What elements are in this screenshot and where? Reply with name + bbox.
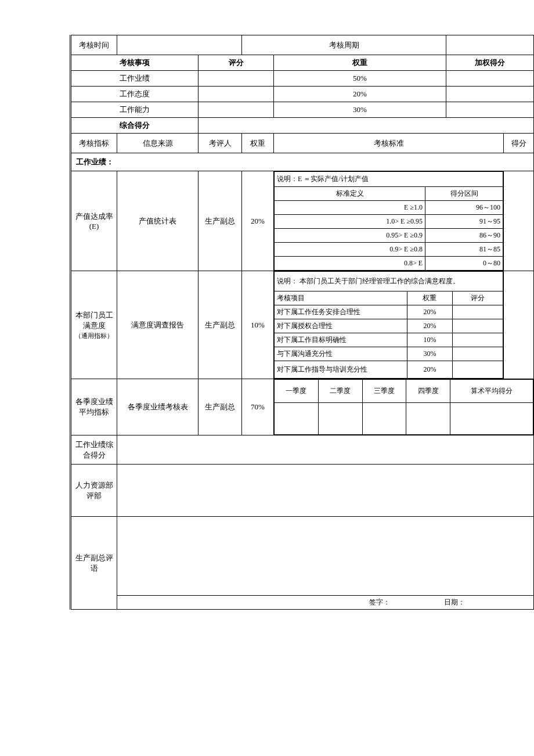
- row-sat-item: 对下属授权合理性: [275, 319, 407, 333]
- row-vp-text[interactable]: [117, 517, 533, 596]
- col-standard: 考核标准: [274, 134, 504, 153]
- avg-value[interactable]: [450, 403, 533, 435]
- summary-row: 工作态度 20%: [71, 87, 534, 102]
- header-row: 考核时间 考核周期: [71, 35, 534, 55]
- assess-period-label: 考核周期: [242, 35, 446, 55]
- q3-value[interactable]: [362, 403, 406, 435]
- row-sat-item: 对下属工作指导与培训充分性: [275, 361, 407, 379]
- summary-weight: 50%: [274, 71, 446, 87]
- row-quarter-source: 各季度业绩考核表: [117, 379, 199, 435]
- summary-weight: 20%: [274, 87, 446, 102]
- summary-item: 工作态度: [71, 87, 199, 102]
- row-e-inner-table: 说明：E ＝实际产值/计划产值 标准定义 得分区间 E ≥1.096～100 1…: [274, 171, 503, 271]
- summary-total-row: 综合得分: [71, 118, 534, 134]
- row-sat-item-score[interactable]: [453, 347, 503, 361]
- row-sat-item-weight: 20%: [407, 319, 453, 333]
- row-e-assessor: 生产副总: [199, 171, 242, 271]
- row-e: 产值达成率(E) 产值统计表 生产副总 20% 说明：E ＝实际产值/计划产值 …: [71, 171, 534, 271]
- summary-score[interactable]: [199, 102, 274, 118]
- row-e-def: 1.0> E ≥0.95: [275, 215, 425, 229]
- row-e-def: 0.95> E ≥0.9: [275, 229, 425, 243]
- row-sat-standard: 说明： 本部门员工关于部门经理管理工作的综合满意程度。 考核项目 权重 评分 对…: [274, 271, 504, 379]
- summary-header-row: 考核事项 评分 权重 加权得分: [71, 55, 534, 71]
- q2-value[interactable]: [318, 403, 362, 435]
- summary-weighted[interactable]: [446, 87, 534, 102]
- q4-value[interactable]: [406, 403, 450, 435]
- row-sat-weight: 10%: [242, 271, 274, 379]
- row-vp: 生产副总评语 签字： 日期：: [71, 517, 534, 610]
- row-e-range: 86～90: [425, 229, 503, 243]
- summary-weight-header: 权重: [274, 55, 446, 71]
- row-vp-footer: 签字： 日期：: [117, 517, 533, 610]
- summary-total-label: 综合得分: [71, 118, 199, 134]
- summary-row: 工作能力 30%: [71, 102, 534, 118]
- row-e-score[interactable]: [504, 171, 534, 271]
- q2-label: 二季度: [318, 380, 362, 403]
- summary-score[interactable]: [199, 87, 274, 102]
- summary-weighted-header: 加权得分: [446, 55, 534, 71]
- row-quarter: 各季度业绩平均指标 各季度业绩考核表 生产副总 70% 一季度 二季度 三季度 …: [71, 379, 534, 435]
- main-table: 考核时间 考核周期 考核事项 评分 权重 加权得分 工作业绩 50% 工作态度 …: [70, 35, 534, 610]
- row-sat-item-weight: 30%: [407, 347, 453, 361]
- assess-time-value[interactable]: [117, 35, 242, 55]
- row-hr: 人力资源部评部: [71, 465, 534, 517]
- sign-label: 签字：: [367, 596, 442, 610]
- row-e-standard: 说明：E ＝实际产值/计划产值 标准定义 得分区间 E ≥1.096～100 1…: [274, 171, 504, 271]
- row-perf-total-value[interactable]: [117, 435, 534, 465]
- col-source: 信息来源: [117, 134, 199, 153]
- q3-label: 三季度: [362, 380, 406, 403]
- row-sat-item-score[interactable]: [453, 305, 503, 319]
- row-sat: 本部门员工满意度 （通用指标） 满意度调查报告 生产副总 10% 说明： 本部门…: [71, 271, 534, 379]
- row-sat-desc: 说明： 本部门员工关于部门经理管理工作的综合满意程度。: [275, 272, 503, 291]
- row-sat-item-score[interactable]: [453, 333, 503, 347]
- avg-label: 算术平均得分: [450, 380, 533, 403]
- row-quarter-indicator: 各季度业绩平均指标: [71, 379, 117, 435]
- col-indicator: 考核指标: [71, 134, 117, 153]
- q4-label: 四季度: [406, 380, 450, 403]
- row-quarter-assessor: 生产副总: [199, 379, 242, 435]
- summary-weight: 30%: [274, 102, 446, 118]
- row-sat-indicator: 本部门员工满意度 （通用指标）: [71, 271, 117, 379]
- summary-item-header: 考核事项: [71, 55, 199, 71]
- row-perf-total-label: 工作业绩综合得分: [71, 435, 117, 465]
- assess-time-label: 考核时间: [71, 35, 117, 55]
- row-sat-items-header-score: 评分: [453, 291, 503, 305]
- assess-period-value[interactable]: [446, 35, 534, 55]
- assessment-form: 考核时间 考核周期 考核事项 评分 权重 加权得分 工作业绩 50% 工作态度 …: [70, 35, 534, 610]
- summary-score[interactable]: [199, 71, 274, 87]
- section-performance-label: 工作业绩：: [71, 153, 534, 171]
- row-sat-indicator-l1: 本部门员工满意度: [75, 311, 113, 330]
- row-e-desc: 说明：E ＝实际产值/计划产值: [275, 172, 503, 187]
- col-weight: 权重: [242, 134, 274, 153]
- row-hr-value[interactable]: [117, 465, 534, 517]
- row-sat-indicator-l2: （通用指标）: [75, 332, 113, 339]
- row-hr-label: 人力资源部评部: [71, 465, 117, 517]
- row-e-range: 96～100: [425, 201, 503, 215]
- row-e-range: 81～85: [425, 243, 503, 257]
- summary-weighted[interactable]: [446, 102, 534, 118]
- row-vp-content[interactable]: 签字： 日期：: [117, 517, 534, 610]
- row-e-weight: 20%: [242, 171, 274, 271]
- row-sat-item-score[interactable]: [453, 361, 503, 379]
- q1-label: 一季度: [275, 380, 319, 403]
- row-e-def: 0.9> E ≥0.8: [275, 243, 425, 257]
- row-e-source: 产值统计表: [117, 171, 199, 271]
- summary-row: 工作业绩 50%: [71, 71, 534, 87]
- row-sat-item-score[interactable]: [453, 319, 503, 333]
- q1-value[interactable]: [275, 403, 319, 435]
- row-sat-items-header-item: 考核项目: [275, 291, 407, 305]
- summary-weighted[interactable]: [446, 71, 534, 87]
- row-sat-item-weight: 20%: [407, 361, 453, 379]
- summary-total-value[interactable]: [199, 118, 534, 134]
- date-label: 日期：: [442, 596, 533, 610]
- row-e-range-header: 得分区间: [425, 187, 503, 201]
- row-vp-label: 生产副总评语: [71, 517, 117, 610]
- row-sat-items-header-weight: 权重: [407, 291, 453, 305]
- row-quarter-inner-table: 一季度 二季度 三季度 四季度 算术平均得分: [274, 379, 533, 435]
- row-e-def: 0.8> E: [275, 257, 425, 271]
- row-sat-item: 对下属工作任务安排合理性: [275, 305, 407, 319]
- row-sat-score[interactable]: [504, 271, 534, 379]
- row-sat-assessor: 生产副总: [199, 271, 242, 379]
- row-e-def-header: 标准定义: [275, 187, 425, 201]
- row-sat-item: 对下属工作目标明确性: [275, 333, 407, 347]
